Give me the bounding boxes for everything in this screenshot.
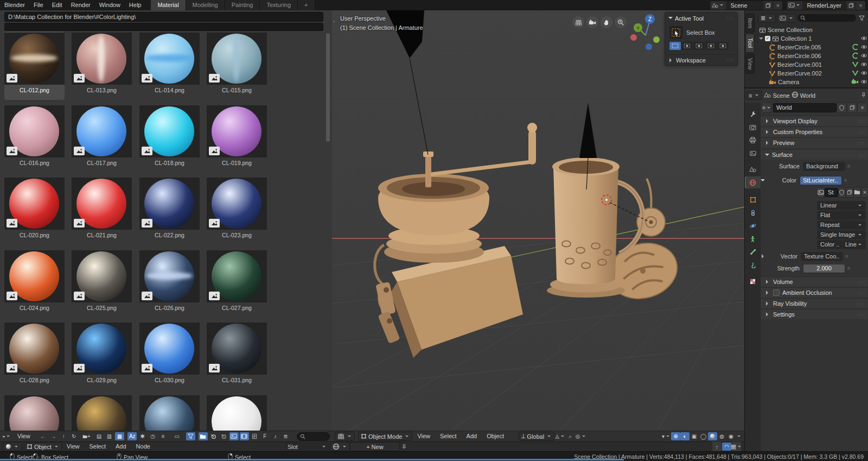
sidebar-tab-view[interactable]: View: [745, 54, 755, 74]
file-item-CL-030-png[interactable]: CL-030.png: [139, 321, 200, 390]
file-item-CL-031-png[interactable]: CL-031.png: [207, 321, 267, 390]
shader-menu-select[interactable]: Select: [84, 441, 111, 452]
filter-backup-icon[interactable]: [219, 432, 228, 440]
panel-drag-dots[interactable]: ::::: [858, 119, 865, 124]
eye-icon[interactable]: [860, 61, 867, 68]
tab-+[interactable]: +: [298, 0, 315, 10]
sort-extension-icon[interactable]: ✱: [138, 432, 147, 440]
display-list-icon[interactable]: ▤: [94, 432, 104, 440]
open-image-icon[interactable]: [853, 187, 861, 198]
tab-material[interactable]: Material: [151, 0, 186, 10]
pan-hand-icon[interactable]: [601, 16, 612, 28]
file-item-CL-028-png[interactable]: CL-028.png: [4, 321, 65, 390]
colorspace-dropdown[interactable]: Color ..: [817, 240, 842, 249]
panel-drag-dots[interactable]: ::::: [858, 280, 865, 285]
view-menu[interactable]: View: [12, 431, 35, 441]
properties-tab-physics-icon[interactable]: [745, 220, 761, 232]
properties-tab-constraints-icon[interactable]: [745, 207, 761, 219]
new-material-button[interactable]: + New: [350, 442, 400, 451]
properties-tab-tool-icon[interactable]: [745, 108, 761, 120]
shader-target-selector[interactable]: Object: [24, 442, 62, 451]
file-browser-scrollbar[interactable]: [326, 33, 330, 142]
shader-menu-add[interactable]: Add: [111, 441, 131, 452]
file-item-CL-025-png[interactable]: CL-025.png: [72, 249, 132, 318]
fake-user-shield-icon[interactable]: [837, 103, 847, 113]
properties-tab-bone-icon[interactable]: [745, 246, 761, 258]
copy-datablock-icon[interactable]: [847, 103, 857, 113]
overlay-options-icon[interactable]: ▦: [731, 441, 742, 452]
viewport-menu-add[interactable]: Add: [462, 431, 482, 441]
outliner-row-beziercircle-005[interactable]: BezierCircle.005: [757, 43, 867, 52]
slot-dropdown[interactable]: Slot: [284, 442, 330, 451]
new-folder-icon[interactable]: +: [82, 432, 91, 440]
viewport-menu-select[interactable]: Select: [435, 431, 462, 441]
panel-drag-dots[interactable]: ::::: [727, 16, 734, 21]
panel-drag-dots[interactable]: ::::: [858, 141, 865, 146]
panel-drag-dots[interactable]: ::::: [858, 153, 865, 157]
filter-movie-icon[interactable]: [240, 432, 249, 440]
panel-drag-dots[interactable]: ::::: [727, 58, 734, 62]
shading-wireframe-icon[interactable]: ◯: [699, 432, 708, 440]
orientation-gizmo[interactable]: Z Y: [625, 12, 664, 52]
filter-sound-icon[interactable]: ♪: [271, 432, 280, 440]
unlink-datablock-icon[interactable]: ×: [857, 103, 867, 113]
eye-icon[interactable]: [860, 44, 867, 50]
viewport-menu-object[interactable]: Object: [482, 431, 509, 441]
panel-volume[interactable]: Volume::::: [761, 276, 868, 287]
select-mode-extend-button[interactable]: [681, 42, 693, 50]
filter-folder-icon[interactable]: [199, 432, 208, 440]
menu-window[interactable]: Window: [95, 0, 125, 10]
outliner-row-beziercircle-006[interactable]: BezierCircle.006: [757, 52, 867, 60]
image-fake-user-icon[interactable]: [838, 187, 846, 198]
select-mode-set-button[interactable]: [669, 42, 681, 50]
viewport-3d[interactable]: User Perspective (1) Scene Collection | …: [332, 10, 744, 441]
file-item-CL-018-png[interactable]: CL-018.png: [139, 104, 200, 173]
parent-node-icon[interactable]: ↑: [712, 441, 722, 452]
image-thumb-icon[interactable]: [817, 187, 825, 198]
decorate-dot-icon[interactable]: ○: [847, 266, 850, 271]
panel-settings[interactable]: Settings::::: [761, 309, 868, 319]
shading-solid-icon[interactable]: [708, 432, 717, 440]
tab-texturing[interactable]: Texturing: [260, 0, 298, 10]
xray-icon[interactable]: ▣: [690, 432, 699, 440]
outliner-search-input[interactable]: [797, 14, 856, 22]
image-name-field[interactable]: St: [825, 188, 838, 197]
outliner-row-camera[interactable]: Camera: [757, 78, 867, 86]
outliner-filter-type-icon[interactable]: [777, 14, 796, 23]
outliner-row-collection[interactable]: ✓Collection 1: [757, 34, 867, 43]
orientation-selector[interactable]: ⟂ Global: [519, 432, 554, 441]
file-item[interactable]: [207, 394, 267, 431]
outliner-row-beziercurve-002[interactable]: BezierCurve.002: [757, 69, 867, 78]
tab-modelling[interactable]: Modelling: [186, 0, 225, 10]
outliner-display-mode-icon[interactable]: ≣: [758, 14, 776, 23]
sidebar-tab-item[interactable]: Item: [745, 14, 755, 33]
select-box-tool-icon[interactable]: [669, 26, 682, 39]
up-icon[interactable]: ↑: [59, 432, 68, 440]
back-icon[interactable]: ←: [39, 432, 48, 440]
scene-name[interactable]: Scene: [726, 2, 763, 9]
file-item-CL-017-png[interactable]: CL-017.png: [72, 104, 132, 173]
properties-editor-type-icon[interactable]: ≡: [746, 91, 762, 100]
shader-menu-node[interactable]: Node: [131, 441, 155, 452]
properties-tab-data-icon[interactable]: [745, 259, 761, 271]
decorate-dot-icon[interactable]: ○: [845, 254, 848, 259]
editor-type-icon[interactable]: [335, 432, 355, 441]
shading-dropdown-icon[interactable]: [737, 435, 741, 439]
shading-material-icon[interactable]: ◍: [717, 432, 726, 440]
scene-copy-button[interactable]: [763, 1, 773, 10]
file-item-CL-024-png[interactable]: CL-024.png: [4, 249, 65, 318]
image-unlink-icon[interactable]: ×: [861, 187, 868, 198]
vector-dropdown[interactable]: Texture Coo..: [801, 252, 843, 261]
viewport-menu-view[interactable]: View: [412, 431, 435, 441]
pin-icon[interactable]: [861, 92, 866, 99]
file-item-CL-013-png[interactable]: CL-013.png: [72, 31, 132, 100]
world-icon[interactable]: [330, 442, 350, 451]
panel-ambient-occlusion[interactable]: Ambient Occlusion::::: [761, 287, 868, 298]
menu-render[interactable]: Render: [67, 0, 95, 10]
properties-tab-object-icon[interactable]: [745, 194, 761, 206]
panel-drag-dots[interactable]: ::::: [858, 130, 865, 135]
browser-menu-icon[interactable]: [2, 432, 11, 440]
outliner-row-beziercurve-001[interactable]: BezierCurve.001: [757, 60, 867, 69]
outliner-funnel-icon[interactable]: [857, 14, 866, 22]
sort-time-icon[interactable]: ◷: [148, 432, 157, 440]
